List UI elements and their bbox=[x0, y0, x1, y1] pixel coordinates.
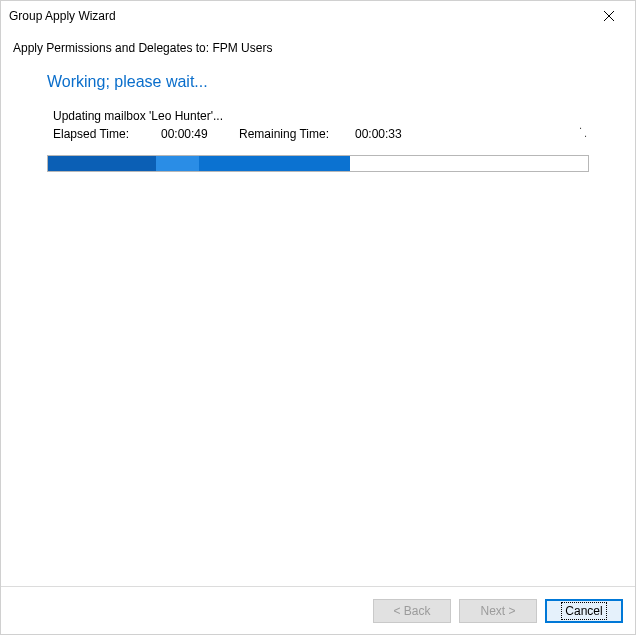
back-button: < Back bbox=[373, 599, 451, 623]
remaining-label: Remaining Time: bbox=[239, 127, 355, 141]
subtitle-text: Apply Permissions and Delegates to: FPM … bbox=[1, 31, 635, 73]
progress-segment bbox=[156, 156, 199, 171]
progress-bar bbox=[47, 155, 589, 172]
elapsed-value: 00:00:49 bbox=[161, 127, 239, 141]
wizard-content: Working; please wait... Updating mailbox… bbox=[1, 73, 635, 172]
elapsed-label: Elapsed Time: bbox=[53, 127, 161, 141]
status-text: Updating mailbox 'Leo Hunter'... bbox=[53, 109, 589, 123]
close-button[interactable] bbox=[587, 2, 631, 30]
close-icon bbox=[604, 11, 614, 21]
remaining-value: 00:00:33 bbox=[355, 127, 402, 141]
progress-segment bbox=[199, 156, 350, 171]
next-button: Next > bbox=[459, 599, 537, 623]
wizard-footer: < Back Next > Cancel bbox=[1, 586, 635, 634]
page-heading: Working; please wait... bbox=[47, 73, 589, 91]
spinner-icon: . . bbox=[579, 121, 589, 137]
cancel-button[interactable]: Cancel bbox=[545, 599, 623, 623]
progress-segment bbox=[48, 156, 156, 171]
window-title: Group Apply Wizard bbox=[9, 9, 587, 23]
titlebar: Group Apply Wizard bbox=[1, 1, 635, 31]
time-row: Elapsed Time: 00:00:49 Remaining Time: 0… bbox=[53, 127, 589, 141]
